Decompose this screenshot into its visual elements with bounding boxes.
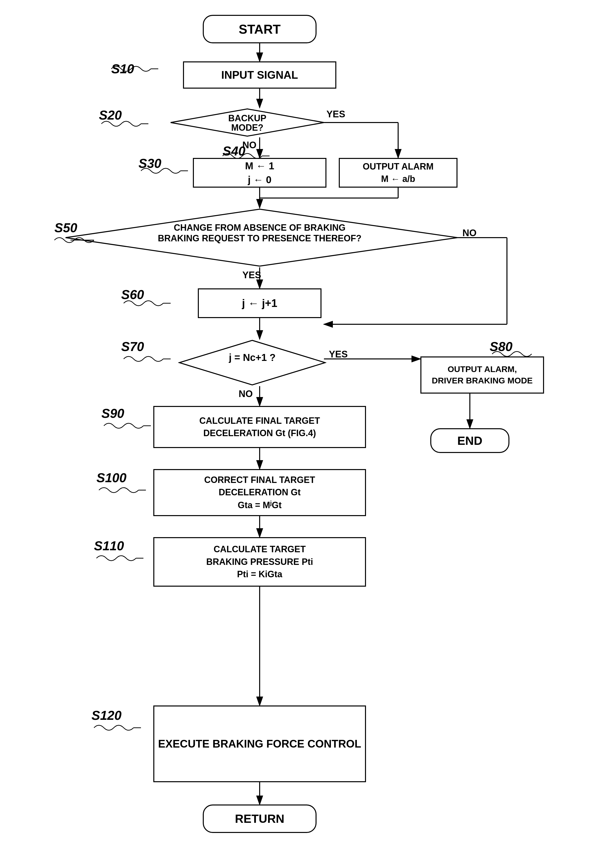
diamond-svg: BACKUP MODE?: [168, 108, 327, 137]
s50-diamond-svg: CHANGE FROM ABSENCE OF BRAKING BRAKING R…: [64, 208, 460, 267]
s60-box: j ← j+1: [198, 288, 321, 318]
s10-wavy: [109, 61, 158, 76]
s70-wavy: [121, 352, 171, 366]
svg-text:CHANGE FROM ABSENCE OF BRAKING: CHANGE FROM ABSENCE OF BRAKING: [174, 223, 346, 233]
s50-no-label: NO: [462, 228, 477, 238]
s100-wavy: [97, 483, 146, 498]
s70-diamond: j = Nc+1 ?: [178, 339, 327, 386]
s40-wavy: [220, 149, 269, 163]
svg-text:BACKUP: BACKUP: [228, 113, 266, 123]
input-signal-box: INPUT SIGNAL: [183, 61, 336, 89]
s50-diamond: CHANGE FROM ABSENCE OF BRAKING BRAKING R…: [64, 208, 460, 267]
backup-yes-label: YES: [327, 109, 345, 120]
svg-text:j = Nc+1 ?: j = Nc+1 ?: [229, 352, 276, 363]
s120-box: EXECUTE BRAKING FORCE CONTROL: [153, 706, 366, 782]
s90-box: CALCULATE FINAL TARGETDECELERATION Gt (F…: [153, 406, 366, 448]
s80-box: OUTPUT ALARM,DRIVER BRAKING MODE: [421, 357, 544, 393]
s110-box: CALCULATE TARGETBRAKING PRESSURE PtiPti …: [153, 537, 366, 587]
s70-yes-label: YES: [329, 349, 348, 360]
s90-wavy: [101, 418, 151, 433]
s40-box: OUTPUT ALARMM ← a/b: [339, 158, 457, 188]
s100-box: CORRECT FINAL TARGETDECELERATION GtGta =…: [153, 469, 366, 516]
flowchart: START S10 INPUT SIGNAL S20 BACKUP MODE? …: [0, 0, 616, 853]
s70-diamond-svg: j = Nc+1 ?: [178, 339, 327, 386]
s110-wavy: [94, 551, 144, 566]
s20-wavy: [99, 116, 148, 131]
s50-wavy: [52, 233, 101, 247]
s30-wavy: [138, 163, 188, 178]
s60-wavy: [121, 296, 171, 311]
s50-yes-label: YES: [242, 270, 261, 281]
return-terminal: RETURN: [203, 804, 316, 833]
start-terminal: START: [203, 15, 316, 43]
backup-mode-diamond: BACKUP MODE?: [168, 108, 327, 137]
svg-text:BRAKING REQUEST TO PRESENCE TH: BRAKING REQUEST TO PRESENCE THEREOF?: [158, 233, 361, 243]
s120-wavy: [91, 720, 141, 735]
end-terminal: END: [430, 428, 509, 453]
svg-text:MODE?: MODE?: [231, 123, 263, 133]
s70-no-label: NO: [239, 389, 253, 399]
s80-wavy: [490, 346, 539, 361]
